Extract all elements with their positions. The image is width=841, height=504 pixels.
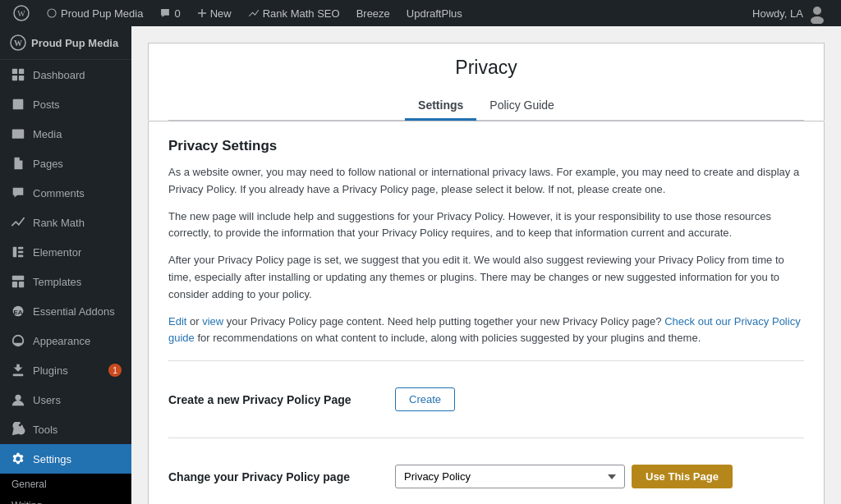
middle-text: your Privacy Policy page content. (227, 315, 384, 328)
svg-text:W: W (17, 9, 25, 18)
svg-rect-16 (12, 276, 24, 280)
sidebar-item-pages[interactable]: Pages (0, 149, 131, 178)
posts-icon (10, 96, 26, 112)
new-label: New (210, 7, 232, 20)
breeze-item[interactable]: Breeze (350, 0, 397, 26)
tools-label: Tools (33, 424, 57, 436)
create-row: Create a new Privacy Policy Page Create (168, 374, 804, 424)
sidebar-item-templates[interactable]: Templates (0, 267, 131, 296)
para2: The new page will include help and sugge… (168, 208, 804, 243)
svg-rect-18 (19, 282, 24, 287)
sidebar-item-elementor[interactable]: Elementor (0, 237, 131, 267)
use-page-button[interactable]: Use This Page (632, 465, 733, 488)
new-item[interactable]: New (191, 0, 238, 26)
site-name-item[interactable]: Proud Pup Media (39, 0, 149, 26)
settings-submenu: General Writing Reading Discussion Media… (0, 474, 131, 504)
view-link[interactable]: view (202, 315, 223, 328)
sidebar-item-essential[interactable]: EA Essential Addons (0, 296, 131, 326)
svg-point-22 (15, 395, 21, 401)
plugins-icon (10, 362, 26, 378)
svg-text:EA: EA (13, 309, 22, 316)
edit-link[interactable]: Edit (168, 315, 186, 328)
users-icon (10, 392, 26, 408)
sidebar-item-media[interactable]: Media (0, 119, 131, 149)
sidebar-item-tools[interactable]: Tools (0, 415, 131, 444)
svg-point-3 (811, 16, 824, 24)
comments-label: Comments (33, 187, 85, 199)
svg-rect-7 (19, 69, 24, 74)
sidebar-item-rankmath[interactable]: Rank Math (0, 208, 131, 237)
plugins-label: Plugins (33, 364, 68, 377)
howdy-label: Howdy, LA (752, 7, 803, 20)
tab-policy-guide[interactable]: Policy Guide (476, 92, 568, 121)
change-row: Change your Privacy Policy page Privacy … (168, 451, 804, 502)
sidebar-item-posts[interactable]: Posts (0, 89, 131, 119)
sidebar-logo[interactable]: W Proud Pup Media (0, 26, 131, 60)
wp-logo-item[interactable]: W (7, 0, 36, 26)
svg-point-2 (813, 7, 821, 15)
create-button[interactable]: Create (395, 387, 455, 411)
privacy-settings-box: Privacy Settings As a website owner, you… (148, 121, 825, 504)
pages-label: Pages (33, 158, 63, 170)
policy-page-select[interactable]: Privacy Policy Sample Page About Contact (395, 465, 625, 488)
after-link-text: for recommendations on what content to i… (197, 332, 701, 344)
policy-links-para: Edit or view your Privacy Policy page co… (168, 314, 804, 348)
submenu-writing[interactable]: Writing (0, 495, 131, 504)
svg-rect-6 (12, 69, 17, 74)
rankmath-label: Rank Math SEO (263, 7, 340, 20)
comments-icon (10, 185, 26, 201)
templates-icon (10, 273, 26, 290)
appearance-label: Appearance (33, 335, 90, 347)
svg-rect-14 (18, 251, 23, 254)
svg-rect-8 (12, 76, 17, 80)
pages-icon (10, 155, 26, 172)
sidebar-item-appearance[interactable]: Appearance (0, 326, 131, 355)
rankmath-icon (10, 214, 26, 231)
svg-text:W: W (14, 39, 22, 48)
svg-rect-9 (19, 76, 24, 80)
comments-item[interactable]: 0 (153, 0, 186, 26)
rankmath-sidebar-label: Rank Math (33, 217, 85, 229)
appearance-icon (10, 332, 26, 349)
section-title: Privacy Settings (168, 138, 804, 154)
updraftplus-label: UpdraftPlus (407, 7, 462, 20)
updraftplus-item[interactable]: UpdraftPlus (400, 0, 469, 26)
posts-label: Posts (33, 99, 60, 111)
svg-rect-17 (12, 282, 17, 287)
divider2 (168, 438, 804, 438)
howdy-item[interactable]: Howdy, LA (746, 0, 834, 26)
svg-rect-21 (13, 374, 24, 377)
sidebar-item-comments[interactable]: Comments (0, 178, 131, 208)
admin-bar: W Proud Pup Media 0 New Rank Math SEO Br… (0, 0, 841, 26)
submenu-general[interactable]: General (0, 474, 131, 495)
settings-icon (10, 451, 26, 467)
rankmath-item[interactable]: Rank Math SEO (241, 0, 347, 26)
help-text: Need help putting together your new Priv… (388, 315, 662, 328)
sidebar-item-dashboard[interactable]: Dashboard (0, 60, 131, 89)
users-label: Users (33, 394, 61, 406)
sidebar: W Proud Pup Media Dashboard Posts Media (0, 26, 131, 504)
sidebar-item-settings[interactable]: Settings (0, 444, 131, 474)
para3: After your Privacy Policy page is set, w… (168, 252, 804, 303)
dashboard-label: Dashboard (33, 69, 85, 81)
para1: As a website owner, you may need to foll… (168, 164, 804, 199)
dashboard-icon (10, 66, 26, 83)
sidebar-item-users[interactable]: Users (0, 385, 131, 415)
svg-rect-12 (13, 247, 17, 258)
writing-label: Writing (11, 500, 42, 504)
sidebar-logo-text: Proud Pup Media (31, 37, 118, 49)
change-label: Change your Privacy Policy page (168, 470, 382, 483)
sidebar-item-plugins[interactable]: Plugins 1 (0, 355, 131, 385)
essential-icon: EA (10, 303, 26, 319)
media-icon (10, 126, 26, 142)
plugins-badge: 1 (108, 364, 122, 377)
svg-rect-15 (18, 255, 23, 258)
create-label: Create a new Privacy Policy Page (168, 393, 382, 406)
tools-icon (10, 421, 26, 438)
breeze-label: Breeze (356, 7, 390, 20)
tabs: Settings Policy Guide (168, 92, 804, 121)
media-label: Media (33, 128, 62, 140)
tab-settings[interactable]: Settings (405, 92, 476, 121)
page-title: Privacy (168, 57, 804, 79)
divider (168, 360, 804, 361)
